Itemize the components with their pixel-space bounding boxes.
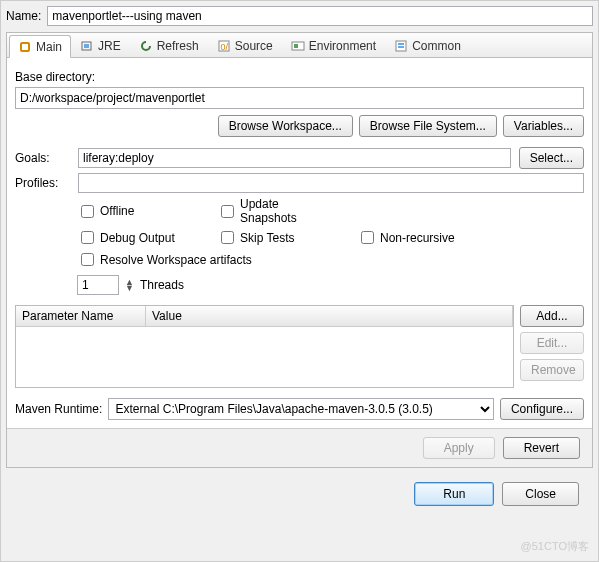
- tab-strip: Main JRE Refresh 0/ Source Environment C…: [7, 33, 592, 58]
- tab-refresh[interactable]: Refresh: [130, 35, 208, 57]
- non-recursive-check[interactable]: Non-recursive: [357, 228, 477, 247]
- threads-spinner[interactable]: [77, 275, 119, 295]
- tab-label: Environment: [309, 39, 376, 53]
- resolve-workspace-check[interactable]: Resolve Workspace artifacts: [77, 250, 252, 269]
- tab-label: Refresh: [157, 39, 199, 53]
- check-label: Skip Tests: [240, 231, 294, 245]
- debug-output-check[interactable]: Debug Output: [77, 228, 197, 247]
- name-label: Name:: [6, 9, 41, 23]
- refresh-icon: [139, 39, 153, 53]
- variables-button[interactable]: Variables...: [503, 115, 584, 137]
- svg-rect-9: [398, 43, 404, 45]
- edit-button: Edit...: [520, 332, 584, 354]
- check-label: Resolve Workspace artifacts: [100, 253, 252, 267]
- check-label: Update Snapshots: [240, 197, 337, 225]
- apply-button: Apply: [423, 437, 495, 459]
- svg-rect-3: [84, 44, 89, 48]
- add-button[interactable]: Add...: [520, 305, 584, 327]
- column-header-value[interactable]: Value: [146, 306, 513, 326]
- tab-jre[interactable]: JRE: [71, 35, 130, 57]
- offline-check[interactable]: Offline: [77, 202, 197, 221]
- name-input[interactable]: [47, 6, 593, 26]
- tab-label: Main: [36, 40, 62, 54]
- select-button[interactable]: Select...: [519, 147, 584, 169]
- svg-text:0/: 0/: [220, 42, 228, 52]
- close-button[interactable]: Close: [502, 482, 579, 506]
- svg-rect-7: [294, 44, 298, 48]
- parameter-table[interactable]: Parameter Name Value: [15, 305, 514, 388]
- threads-label: Threads: [140, 278, 184, 292]
- tab-environment[interactable]: Environment: [282, 35, 385, 57]
- runtime-label: Maven Runtime:: [15, 402, 102, 416]
- configure-button[interactable]: Configure...: [500, 398, 584, 420]
- browse-workspace-button[interactable]: Browse Workspace...: [218, 115, 353, 137]
- goals-input[interactable]: [78, 148, 511, 168]
- spinner-arrows-icon[interactable]: ▲▼: [125, 279, 134, 291]
- common-icon: [394, 39, 408, 53]
- main-panel: Base directory: Browse Workspace... Brow…: [7, 58, 592, 428]
- browse-filesystem-button[interactable]: Browse File System...: [359, 115, 497, 137]
- tab-label: Common: [412, 39, 461, 53]
- profiles-label: Profiles:: [15, 176, 70, 190]
- parameter-table-body: [16, 327, 513, 387]
- revert-button[interactable]: Revert: [503, 437, 580, 459]
- tab-source[interactable]: 0/ Source: [208, 35, 282, 57]
- tab-main[interactable]: Main: [9, 35, 71, 58]
- goals-label: Goals:: [15, 151, 70, 165]
- profiles-input[interactable]: [78, 173, 584, 193]
- base-directory-input[interactable]: [15, 87, 584, 109]
- svg-rect-10: [398, 46, 404, 48]
- check-label: Debug Output: [100, 231, 175, 245]
- column-header-parameter[interactable]: Parameter Name: [16, 306, 146, 326]
- tab-label: JRE: [98, 39, 121, 53]
- tab-label: Source: [235, 39, 273, 53]
- base-directory-label: Base directory:: [15, 70, 584, 84]
- check-label: Non-recursive: [380, 231, 455, 245]
- skip-tests-check[interactable]: Skip Tests: [217, 228, 337, 247]
- run-button[interactable]: Run: [414, 482, 494, 506]
- remove-button: Remove: [520, 359, 584, 381]
- runtime-select[interactable]: External C:\Program Files\Java\apache-ma…: [108, 398, 494, 420]
- source-icon: 0/: [217, 39, 231, 53]
- update-snapshots-check[interactable]: Update Snapshots: [217, 197, 337, 225]
- tab-common[interactable]: Common: [385, 35, 470, 57]
- watermark: @51CTO博客: [521, 539, 589, 554]
- gear-icon: [18, 40, 32, 54]
- jre-icon: [80, 39, 94, 53]
- svg-rect-1: [22, 44, 28, 50]
- check-label: Offline: [100, 204, 134, 218]
- environment-icon: [291, 39, 305, 53]
